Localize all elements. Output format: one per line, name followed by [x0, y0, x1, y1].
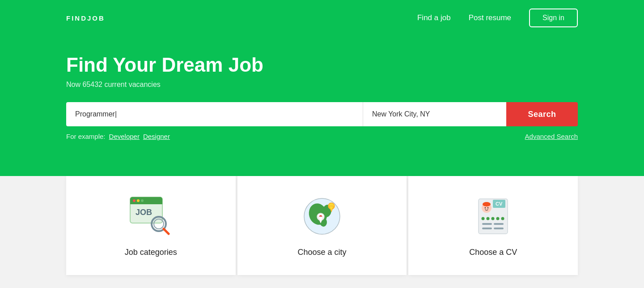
card-choose-city[interactable]: Choose a city — [237, 176, 407, 275]
svg-point-29 — [496, 217, 500, 220]
svg-text:CV: CV — [496, 201, 503, 206]
choose-cv-icon: CV — [471, 194, 516, 239]
logo: FINDJOB — [66, 14, 105, 22]
svg-point-5 — [141, 199, 144, 202]
hints-left: For example: Developer Designer — [66, 133, 170, 140]
advanced-search-link[interactable]: Advanced Search — [525, 133, 578, 140]
navbar: FINDJOB Find a job Post resume Sign in — [66, 0, 578, 36]
svg-point-26 — [482, 217, 485, 220]
card-choose-cv-label: Choose a CV — [469, 248, 517, 257]
hero-title: Find Your Dream Job — [66, 54, 578, 76]
hero-content: Find Your Dream Job Now 65432 current va… — [66, 36, 578, 140]
svg-rect-33 — [482, 228, 492, 229]
search-bar: Search — [66, 102, 578, 126]
svg-point-27 — [487, 217, 490, 220]
search-button[interactable]: Search — [506, 102, 578, 126]
card-job-categories-label: Job categories — [125, 248, 177, 257]
card-job-categories[interactable]: JOB Job categories — [66, 176, 236, 275]
hint-designer[interactable]: Designer — [143, 133, 170, 140]
nav-find-a-job[interactable]: Find a job — [417, 13, 451, 22]
svg-point-23 — [483, 202, 491, 206]
signin-button[interactable]: Sign in — [529, 9, 578, 27]
hint-developer[interactable]: Developer — [109, 133, 140, 140]
svg-point-25 — [487, 207, 489, 208]
nav-post-resume[interactable]: Post resume — [469, 13, 511, 22]
svg-rect-31 — [482, 223, 492, 225]
svg-line-9 — [164, 229, 169, 234]
nav-links: Find a job Post resume Sign in — [417, 9, 578, 27]
svg-point-3 — [133, 199, 136, 202]
svg-text:JOB: JOB — [136, 208, 152, 217]
svg-point-30 — [501, 217, 504, 220]
svg-point-28 — [491, 217, 495, 220]
choose-city-icon — [300, 194, 344, 239]
job-search-input[interactable] — [66, 102, 363, 126]
location-search-input[interactable] — [363, 102, 506, 126]
card-choose-cv[interactable]: CV Choose a C — [408, 176, 578, 275]
search-hints: For example: Developer Designer Advanced… — [66, 133, 578, 140]
svg-rect-32 — [494, 223, 504, 225]
svg-rect-34 — [494, 228, 504, 229]
cards-section: JOB Job categories — [0, 176, 644, 288]
hero-subtitle: Now 65432 current vacancies — [66, 81, 578, 89]
svg-point-4 — [137, 199, 140, 202]
svg-point-24 — [485, 207, 486, 208]
hint-prefix: For example: — [66, 133, 106, 140]
card-choose-city-label: Choose a city — [297, 248, 346, 257]
job-categories-icon: JOB — [128, 194, 173, 239]
